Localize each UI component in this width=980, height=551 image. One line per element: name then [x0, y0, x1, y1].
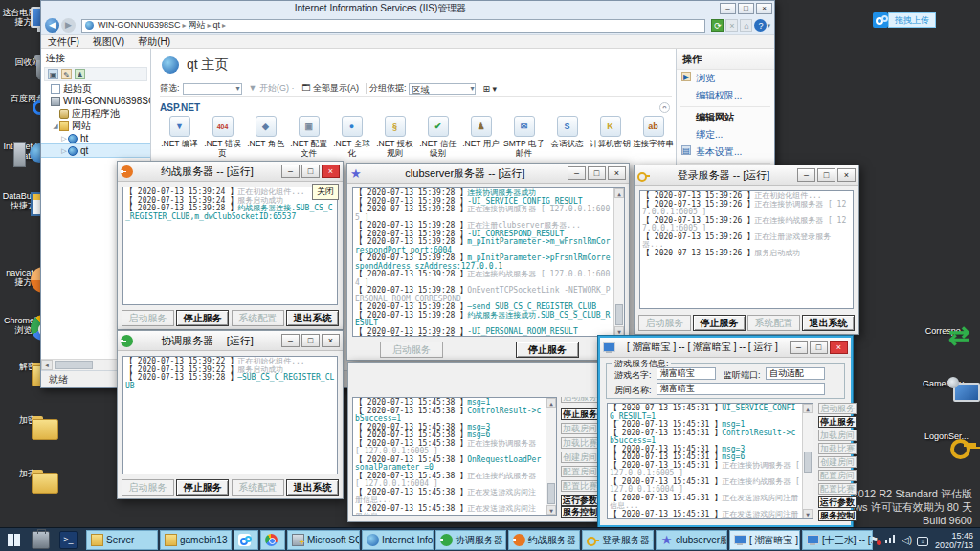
scroll-up-icon[interactable]: ▲ [614, 188, 624, 198]
show-hidden-icons-button[interactable]: ▲ [852, 537, 864, 543]
breadcrumb-segment[interactable]: WIN-GONNU6398SC [98, 20, 181, 30]
minimize-button[interactable]: – [281, 165, 300, 178]
server-manager-icon[interactable] [32, 531, 50, 549]
scroll-down-icon[interactable]: ▼ [614, 326, 624, 336]
scrollbar-thumb[interactable] [55, 361, 93, 369]
help-dropdown-icon[interactable]: ▾ [767, 22, 770, 30]
close-button[interactable]: × [756, 3, 772, 14]
close-button[interactable]: × [608, 166, 626, 180]
taskbar-clock[interactable]: 15:46 2020/7/13 [935, 531, 973, 550]
logon-server-window[interactable]: 登录服务器 -- [运行] –□× 【 2020-07-13 15:39:26 … [634, 165, 859, 335]
taskbar-item-约战服务器 -- ...[interactable]: 约战服务器 -- ... [508, 530, 580, 550]
forward-button[interactable]: ▶ [61, 18, 76, 33]
close-button[interactable]: × [837, 168, 856, 182]
scrollbar-thumb[interactable] [547, 483, 555, 504]
taskbar-item-登录服务器 -- ...[interactable]: 登录服务器 -- ... [582, 530, 654, 550]
scroll-up-icon[interactable]: ▲ [546, 398, 556, 408]
exit-system-button[interactable]: 退出系统 [286, 310, 339, 326]
desktop-icon-right-1[interactable]: Correspo... [921, 324, 972, 336]
volume-icon[interactable]: ◁) [901, 535, 913, 545]
collapse-section-icon[interactable]: ᴖ [659, 102, 670, 113]
group-by-select[interactable]: 区域 [409, 83, 476, 95]
game-name-field[interactable]: 潮富暗宝 [657, 367, 716, 380]
feature-net-users-icon[interactable]: ♟.NET 用户 [459, 116, 502, 158]
vertical-scrollbar[interactable]: ▲▼ [546, 398, 556, 515]
desktop-icon-9[interactable]: 加密 [2, 413, 54, 425]
tree-item-qt[interactable]: ▷qt [41, 144, 150, 157]
desktop-icon-10[interactable]: 加壳 [2, 467, 54, 478]
chaofu-anbao-room-window[interactable]: [ 潮富暗宝 ] -- [ 潮富暗宝 ] -- [ 运行 ] –□× 游戏服务信… [598, 336, 853, 527]
scroll-down-icon[interactable]: ▼ [546, 505, 556, 515]
tree-item-起始页[interactable]: 起始页 [41, 82, 150, 95]
stop-service-button[interactable]: 停止服务 [516, 342, 579, 358]
user-connection-icon[interactable]: ♟ [75, 69, 85, 79]
feature-connection-strings-icon[interactable]: ab连接字符串 [632, 116, 675, 158]
stop-service-button[interactable]: 停止服务 [693, 315, 746, 331]
clubserver-window[interactable]: ★ clubserver服务器 -- [运行] –□× ▲▼ 【 2020-07… [346, 163, 630, 361]
minimize-button[interactable]: – [281, 334, 300, 347]
service-control-button[interactable]: 服务控制 [561, 506, 599, 518]
show-all-button[interactable]: 🗔 全部显示(A) [301, 82, 359, 95]
menu-file[interactable]: 文件(F) [41, 35, 86, 49]
log-area[interactable]: ▲▼ 【 2020-07-13 15:45:31 】UI_SERVICE_CON… [607, 403, 813, 519]
breadcrumb-segment[interactable]: qt [213, 20, 221, 30]
tree-item-ht[interactable]: ▷ht [41, 132, 150, 144]
tree-expander-icon[interactable]: ▷ [60, 147, 68, 155]
window-titlebar[interactable]: [ 潮富暗宝 ] -- [ 潮富暗宝 ] -- [ 运行 ] –□× [600, 338, 851, 358]
stop-service-button[interactable]: 停止服务 [561, 408, 599, 420]
powershell-icon[interactable]: >_ [59, 531, 78, 549]
feature-net-globalization-icon[interactable]: ●.NET 全球化 [330, 116, 373, 158]
feature-net-roles-icon[interactable]: ◆.NET 角色 [244, 116, 287, 158]
log-area[interactable]: ▲▼ 【 2020-07-13 15:45:38 】msg=1【 2020-07… [352, 397, 557, 516]
scroll-left-icon[interactable]: ◂ [41, 360, 53, 370]
save-connection-icon[interactable]: ▣ [48, 69, 58, 79]
menu-view[interactable]: 视图(V) [86, 35, 131, 49]
maximize-button[interactable]: □ [817, 168, 835, 182]
back-button[interactable]: ◀ [45, 18, 59, 33]
service-control-button[interactable]: 服务控制 [818, 510, 857, 521]
run-params-button[interactable]: 运行参数 [818, 496, 857, 508]
go-button[interactable]: ▼ 开始(G) · [249, 82, 295, 95]
taskbar-item-Microsoft SQ..[interactable]: Microsoft SQ.. [287, 530, 360, 550]
feature-net-profile-icon[interactable]: ▣.NET 配置文件 [287, 116, 330, 158]
exit-system-button[interactable]: 退出系统 [802, 315, 855, 331]
feature-machine-key-icon[interactable]: K计算机密钥 [589, 116, 632, 158]
scrollbar-thumb[interactable] [615, 304, 623, 325]
maximize-button[interactable]: □ [738, 3, 754, 14]
tree-item-WIN-GONNU6398SC (WIN[interactable]: WIN-GONNU6398SC (WIN [41, 95, 150, 107]
close-button[interactable]: × [322, 165, 340, 178]
stop-service-button[interactable]: 停止服务 [176, 479, 229, 496]
scroll-down-icon[interactable]: ▼ [803, 509, 813, 518]
stop-service-button[interactable]: 停止服务 [818, 416, 857, 428]
log-area[interactable]: 【 2020-07-13 15:39:24 】正在初始化组件...【 2020-… [122, 187, 338, 305]
taskbar-item-Server[interactable]: Server [86, 530, 158, 550]
taskbar-item-协调服务器 -- ...[interactable]: 协调服务器 -- ... [435, 530, 506, 550]
maximize-button[interactable]: □ [810, 341, 828, 354]
help-icon[interactable]: ? [754, 19, 767, 32]
minimize-button[interactable]: – [790, 341, 808, 354]
action-bindings[interactable]: 绑定... [677, 126, 774, 143]
log-area[interactable]: 【 2020-07-13 15:39:26 】正在初始化组件...【 2020-… [639, 190, 854, 309]
feature-net-trust-levels-icon[interactable]: ✔.NET 信任级别 [416, 116, 459, 158]
log-area[interactable]: ▲▼ 【 2020-07-13 15:39:28 】连接协调服务器成功【 202… [352, 187, 625, 337]
feature-net-error-pages-icon[interactable]: 404.NET 错误页 [201, 116, 244, 158]
room-name-field[interactable]: 潮富暗宝 [657, 383, 825, 395]
tree-item-应用程序池[interactable]: 应用程序池 [41, 107, 150, 120]
action-edit-permissions[interactable]: 编辑权限... [677, 87, 774, 104]
taskbar-item-Internet Infor...[interactable]: Internet Infor... [362, 530, 434, 550]
taskbar-item-gamebin13[interactable]: gamebin13 [160, 530, 232, 550]
window-titlebar[interactable]: 登录服务器 -- [运行] –□× [635, 165, 858, 186]
yuezhan-server-window[interactable]: 约战服务器 -- [运行] –□× 【 2020-07-13 15:39:24 … [117, 161, 344, 330]
network-icon[interactable] [884, 535, 897, 545]
taskbar-item-baidu-netdisk-icon[interactable] [234, 530, 258, 550]
log-area[interactable]: 【 2020-07-13 15:39:22 】正在初始化组件...【 2020-… [122, 356, 338, 474]
taskbar-item-clubserver服..[interactable]: ★clubserver服.. [656, 530, 727, 550]
desktop-icon-right-2[interactable]: GameServ... [921, 377, 972, 388]
maximize-button[interactable]: □ [588, 166, 606, 180]
start-button[interactable] [0, 528, 29, 551]
listen-port-field[interactable]: 自动适配 [766, 367, 825, 380]
maximize-button[interactable]: □ [301, 334, 320, 347]
close-button[interactable]: × [830, 341, 848, 354]
taskbar-item-[ 潮富暗宝 ] --...[interactable]: [ 潮富暗宝 ] --... [729, 530, 800, 550]
shisanshui-room-window[interactable]: ▲▼ 【 2020-07-13 15:45:38 】msg=1【 2020-07… [347, 362, 603, 522]
